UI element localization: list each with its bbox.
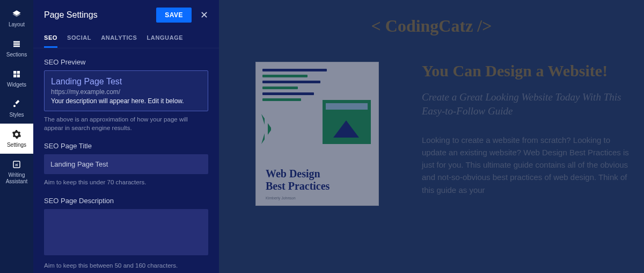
panel-title: Page Settings (44, 10, 98, 20)
preview-hint: The above is an approximation of how you… (44, 116, 208, 132)
panel-header: Page Settings SAVE ✕ (33, 0, 219, 27)
rail-item-widgets[interactable]: Widgets (0, 63, 33, 94)
rail-label: Writing Assistant (0, 172, 33, 185)
rail-item-settings[interactable]: Settings (0, 124, 33, 154)
rail-item-styles[interactable]: Styles (0, 94, 33, 124)
chevron-icon (261, 114, 276, 144)
svg-text:ai: ai (15, 163, 18, 167)
rail-label: Widgets (5, 82, 28, 88)
svg-rect-5 (13, 71, 16, 74)
panel-body: SEO Preview Landing Page Test https://my… (33, 48, 219, 273)
seo-title-hint: Aim to keep this under 70 characters. (44, 178, 208, 187)
close-icon[interactable]: ✕ (200, 9, 208, 21)
tab-social[interactable]: SOCIAL (67, 34, 91, 48)
ai-icon: ai (11, 159, 22, 170)
save-button[interactable]: SAVE (156, 8, 192, 23)
tab-analytics[interactable]: ANALYTICS (101, 34, 137, 48)
seo-title-input[interactable] (44, 154, 208, 174)
preview-url: https://my.example.com/ (51, 88, 201, 96)
svg-rect-3 (13, 44, 20, 45)
book-cover: Web Design Best Practices Kimberly Johns… (255, 62, 379, 206)
page-canvas: < CodingCatz /> Web Design Best Practice… (219, 0, 644, 273)
book-title: Web Design Best Practices (266, 168, 330, 192)
layers-icon (11, 9, 22, 19)
rail-label: Sections (4, 52, 29, 58)
svg-rect-2 (13, 41, 20, 43)
seo-preview-label: SEO Preview (44, 58, 208, 66)
rail-label: Styles (7, 112, 26, 118)
seo-title-label: SEO Page Title (44, 142, 208, 150)
rail-item-layout[interactable]: Layout (0, 3, 33, 33)
svg-rect-6 (17, 71, 20, 74)
tab-language[interactable]: LANGUAGE (147, 34, 184, 48)
book-stripes (262, 69, 327, 104)
page-paragraph: Looking to create a website from scratch… (422, 134, 629, 196)
tab-seo[interactable]: SEO (44, 34, 57, 48)
site-brand: < CodingCatz /> (234, 16, 629, 36)
page-headline: You Can Design a Website! (422, 62, 629, 81)
rail-item-sections[interactable]: Sections (0, 33, 33, 63)
sections-icon (11, 39, 22, 49)
svg-rect-7 (13, 75, 16, 77)
picture-icon (323, 100, 371, 144)
gear-icon (11, 129, 22, 140)
preview-desc: Your description will appear here. Edit … (51, 97, 201, 105)
seo-desc-input[interactable] (44, 209, 208, 255)
panel-tabs: SEO SOCIAL ANALYTICS LANGUAGE (33, 27, 219, 48)
left-rail: Layout Sections Widgets Styles Settings … (0, 0, 33, 273)
hero-image-column: Web Design Best Practices Kimberly Johns… (234, 58, 400, 206)
brush-icon (11, 99, 22, 110)
preview-title: Landing Page Test (51, 77, 201, 87)
rail-label: Settings (5, 142, 28, 148)
widgets-icon (11, 69, 22, 80)
svg-rect-4 (13, 46, 20, 47)
seo-desc-label: SEO Page Description (44, 197, 208, 205)
svg-rect-8 (17, 75, 20, 77)
hero-text-column: You Can Design a Website! Create a Great… (422, 58, 629, 206)
seo-preview-box: Landing Page Test https://my.example.com… (44, 70, 208, 111)
rail-item-writing-assistant[interactable]: ai Writing Assistant (0, 154, 33, 190)
book-author: Kimberly Johnson (266, 196, 296, 200)
settings-panel: Page Settings SAVE ✕ SEO SOCIAL ANALYTIC… (33, 0, 219, 273)
seo-desc-hint: Aim to keep this between 50 and 160 char… (44, 262, 208, 270)
rail-label: Layout (6, 21, 27, 28)
page-subheadline: Create a Great Looking Website Today Wit… (422, 90, 629, 119)
